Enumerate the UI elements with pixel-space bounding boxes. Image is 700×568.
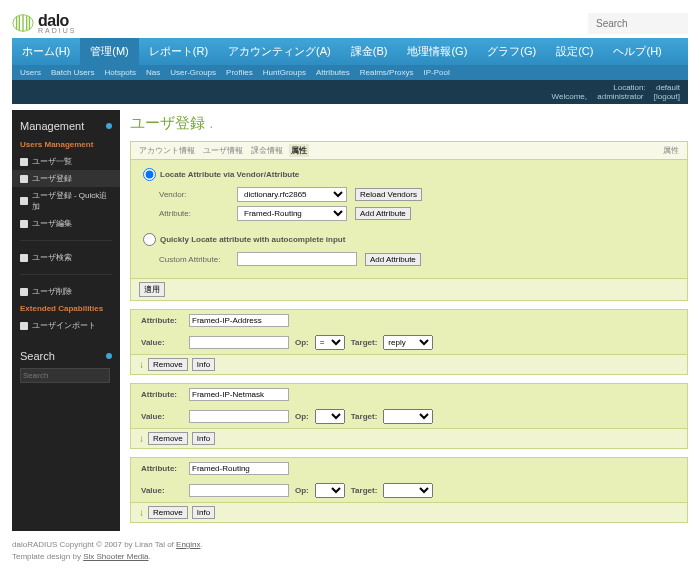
logout-link[interactable]: [logout] — [654, 92, 680, 101]
sidebar-item[interactable]: ユーザ検索 — [12, 249, 120, 266]
page-icon — [20, 197, 28, 205]
topnav-item[interactable]: ヘルプ(H) — [603, 38, 671, 65]
subnav-item[interactable]: Nas — [146, 68, 160, 77]
vendor-select[interactable]: dictionary.rfc2865 — [237, 187, 347, 202]
page-icon — [20, 220, 28, 228]
subnav-item[interactable]: HuntGroups — [263, 68, 306, 77]
arrow-down-icon: ↓ — [139, 507, 144, 518]
page-icon — [20, 288, 28, 296]
arrow-down-icon: ↓ — [139, 433, 144, 444]
radio-autocomplete[interactable] — [143, 233, 156, 246]
sidebar-section-ext: Extended Capabilities — [12, 300, 120, 317]
tab-right[interactable]: 属性 — [661, 144, 681, 157]
info-button[interactable]: Info — [192, 432, 215, 445]
topnav-item[interactable]: グラフ(G) — [477, 38, 546, 65]
topnav-item[interactable]: 地理情報(G) — [397, 38, 477, 65]
status-bar: Location: default Welcome, administrator… — [12, 80, 688, 104]
sub-nav: UsersBatch UsersHotspotsNasUser-GroupsPr… — [12, 65, 688, 80]
attr-value-input[interactable] — [189, 336, 289, 349]
tab[interactable]: 課金情報 — [249, 144, 285, 157]
attr-name-input[interactable] — [189, 314, 289, 327]
sidebar-section-users: Users Management — [12, 136, 120, 153]
apply-button[interactable]: 適用 — [139, 282, 165, 297]
add-attribute-button[interactable]: Add Attribute — [355, 207, 411, 220]
target-select[interactable] — [383, 409, 433, 424]
subnav-item[interactable]: Hotspots — [104, 68, 136, 77]
sidebar-item[interactable]: ユーザ登録 — [12, 170, 120, 187]
topnav-item[interactable]: 設定(C) — [546, 38, 603, 65]
topnav-item[interactable]: ホーム(H) — [12, 38, 80, 65]
op-select[interactable]: = — [315, 335, 345, 350]
sidebar-search-input[interactable] — [20, 368, 110, 383]
enginx-link[interactable]: Enginx — [176, 540, 200, 549]
attr-value-input[interactable] — [189, 410, 289, 423]
topnav-item[interactable]: アカウンティング(A) — [218, 38, 341, 65]
info-button[interactable]: Info — [192, 358, 215, 371]
logo: dalo RADIUS — [12, 12, 76, 34]
radio-vendor[interactable] — [143, 168, 156, 181]
page-icon — [20, 158, 28, 166]
sidebar-item[interactable]: ユーザ編集 — [12, 215, 120, 232]
page-title: ユーザ登録 . — [130, 114, 688, 133]
topnav-item[interactable]: レポート(R) — [139, 38, 218, 65]
op-select[interactable] — [315, 483, 345, 498]
drop-icon — [106, 123, 112, 129]
remove-button[interactable]: Remove — [148, 358, 188, 371]
op-select[interactable] — [315, 409, 345, 424]
reload-vendors-button[interactable]: Reload Vendors — [355, 188, 422, 201]
search-input[interactable] — [588, 13, 688, 34]
tab[interactable]: 属性 — [289, 144, 309, 157]
page-icon — [20, 175, 28, 183]
target-select[interactable] — [383, 483, 433, 498]
attribute-panel: Attribute:Value:Op:=Target:reply↓RemoveI… — [130, 309, 688, 375]
sixshooter-link[interactable]: Six Shooter Media — [83, 552, 148, 561]
sidebar-title: Management — [20, 120, 84, 132]
attribute-panel: Attribute:Value:Op:Target:↓RemoveInfo — [130, 457, 688, 523]
target-select[interactable]: reply — [383, 335, 433, 350]
add-attribute-button-2[interactable]: Add Attribute — [365, 253, 421, 266]
sidebar: Management Users Management ユーザ一覧ユーザ登録ユー… — [12, 110, 120, 531]
tab[interactable]: アカウント情報 — [137, 144, 197, 157]
subnav-item[interactable]: Users — [20, 68, 41, 77]
remove-button[interactable]: Remove — [148, 432, 188, 445]
tab[interactable]: ユーザ情報 — [201, 144, 245, 157]
logo-subtitle: RADIUS — [38, 27, 76, 34]
sidebar-item[interactable]: ユーザインポート — [12, 317, 120, 334]
attribute-select[interactable]: Framed-Routing — [237, 206, 347, 221]
topnav-item[interactable]: 課金(B) — [341, 38, 398, 65]
subnav-item[interactable]: Realms/Proxys — [360, 68, 414, 77]
sidebar-item[interactable]: ユーザ一覧 — [12, 153, 120, 170]
attr-name-input[interactable] — [189, 462, 289, 475]
remove-button[interactable]: Remove — [148, 506, 188, 519]
custom-attribute-input[interactable] — [237, 252, 357, 266]
footer: daloRADIUS Copyright © 2007 by Liran Tal… — [12, 539, 688, 563]
sidebar-search-title: Search — [20, 350, 55, 362]
arrow-down-icon: ↓ — [139, 359, 144, 370]
page-icon — [20, 322, 28, 330]
top-nav: ホーム(H)管理(M)レポート(R)アカウンティング(A)課金(B)地理情報(G… — [12, 38, 688, 65]
sidebar-item[interactable]: ユーザ登録 - Quick追加 — [12, 187, 120, 215]
attr-name-input[interactable] — [189, 388, 289, 401]
subnav-item[interactable]: Attributes — [316, 68, 350, 77]
subnav-item[interactable]: Profiles — [226, 68, 253, 77]
info-button[interactable]: Info — [192, 506, 215, 519]
attribute-panel: Attribute:Value:Op:Target:↓RemoveInfo — [130, 383, 688, 449]
subnav-item[interactable]: IP-Pool — [424, 68, 450, 77]
locate-panel: アカウント情報ユーザ情報課金情報属性 属性 Locate Attribute v… — [130, 141, 688, 301]
drop-icon — [106, 353, 112, 359]
subnav-item[interactable]: Batch Users — [51, 68, 95, 77]
page-icon — [20, 254, 28, 262]
subnav-item[interactable]: User-Groups — [170, 68, 216, 77]
topnav-item[interactable]: 管理(M) — [80, 38, 139, 65]
logo-icon — [12, 12, 34, 34]
sidebar-item[interactable]: ユーザ削除 — [12, 283, 120, 300]
attr-value-input[interactable] — [189, 484, 289, 497]
